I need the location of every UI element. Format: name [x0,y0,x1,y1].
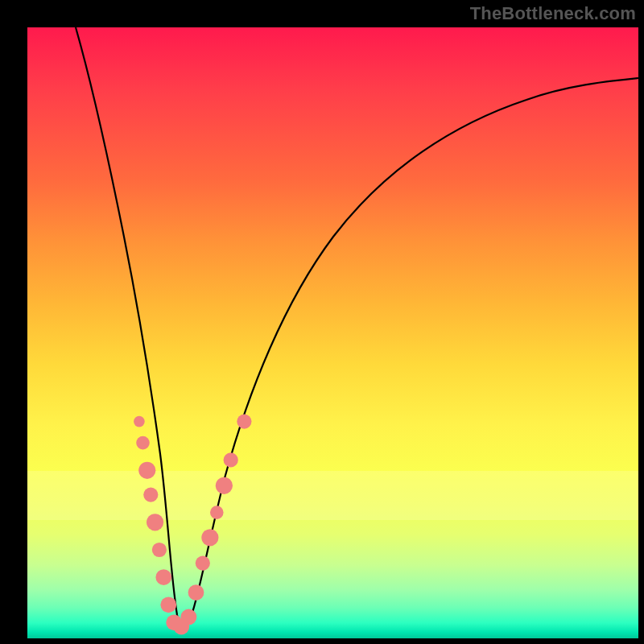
bead [224,452,238,467]
bead [210,506,224,519]
bead [188,584,204,601]
bead [134,416,145,427]
bead [136,436,150,450]
bead [181,609,197,625]
bead [237,415,251,429]
bead [143,488,158,502]
bead [138,462,155,479]
curve-layer [27,27,638,638]
bead [216,477,233,494]
plot-area [27,27,638,638]
bead [155,569,171,585]
watermark-text: TheBottleneck.com [470,3,636,24]
bead [196,556,210,571]
chart-frame: TheBottleneck.com [0,0,644,644]
bead [147,514,163,530]
bead [201,529,218,546]
bead [160,597,176,613]
bead [152,543,167,557]
bottleneck-curve [76,27,638,626]
